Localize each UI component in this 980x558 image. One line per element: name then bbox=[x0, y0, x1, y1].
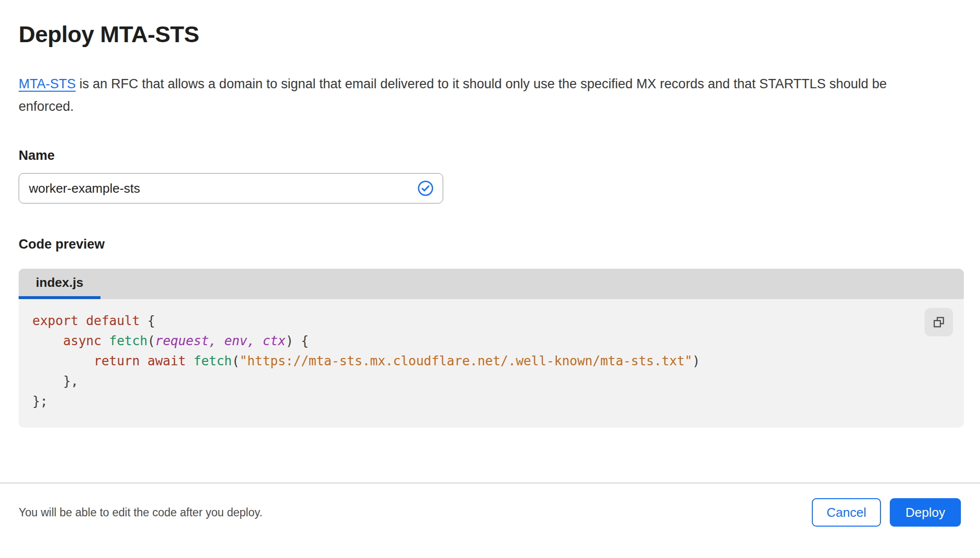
deploy-button[interactable]: Deploy bbox=[890, 498, 961, 527]
code-tabbar: index.js bbox=[19, 269, 964, 299]
code-preview-label: Code preview bbox=[19, 237, 964, 252]
footer: You will be able to edit the code after … bbox=[0, 498, 980, 527]
code-line: }, bbox=[32, 371, 915, 391]
code-area: export default { async fetch(request, en… bbox=[19, 299, 964, 428]
footer-actions: Cancel Deploy bbox=[812, 498, 961, 527]
mta-sts-link[interactable]: MTA-STS bbox=[19, 76, 76, 91]
page-title: Deploy MTA-STS bbox=[19, 0, 964, 49]
name-input-wrap bbox=[19, 173, 443, 203]
code-content: export default { async fetch(request, en… bbox=[32, 311, 915, 411]
description: MTA-STS is an RFC that allows a domain t… bbox=[19, 73, 896, 118]
code-line: export default { bbox=[32, 311, 915, 331]
name-input[interactable] bbox=[19, 174, 443, 203]
tab-index-js[interactable]: index.js bbox=[19, 269, 101, 299]
footer-divider bbox=[0, 482, 980, 483]
cancel-button[interactable]: Cancel bbox=[812, 498, 881, 527]
code-line: async fetch(request, env, ctx) { bbox=[32, 331, 915, 351]
check-circle-icon bbox=[417, 180, 434, 197]
description-text: is an RFC that allows a domain to signal… bbox=[19, 76, 887, 114]
footer-note: You will be able to edit the code after … bbox=[19, 506, 262, 519]
code-preview-block: index.js export default { async fetch(re… bbox=[19, 269, 964, 428]
deploy-mta-sts-page: Deploy MTA-STS MTA-STS is an RFC that al… bbox=[0, 0, 980, 428]
copy-code-button[interactable] bbox=[925, 308, 953, 336]
code-line: return await fetch("https://mta-sts.mx.c… bbox=[32, 351, 915, 371]
copy-icon bbox=[931, 315, 946, 330]
name-label: Name bbox=[19, 148, 964, 163]
code-line: }; bbox=[32, 391, 915, 411]
